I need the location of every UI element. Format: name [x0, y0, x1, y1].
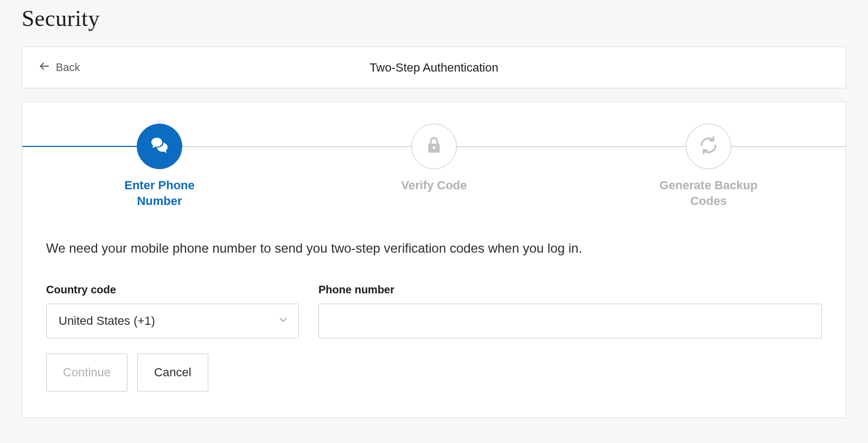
phone-number-group: Phone number	[318, 284, 822, 338]
arrow-left-icon	[39, 60, 50, 75]
lock-icon	[424, 136, 444, 157]
button-row: Continue Cancel	[46, 354, 822, 391]
country-code-value: United States (+1)	[46, 304, 299, 338]
step-label-3: Generate Backup Codes	[654, 178, 763, 209]
phone-number-label: Phone number	[318, 284, 822, 296]
phone-number-input[interactable]	[318, 304, 822, 338]
instruction-text: We need your mobile phone number to send…	[46, 239, 822, 258]
back-button[interactable]: Back	[39, 60, 80, 75]
chat-bubbles-icon	[150, 136, 169, 157]
form-content: We need your mobile phone number to send…	[22, 239, 846, 391]
step-label-1: Enter Phone Number	[105, 178, 214, 209]
country-code-group: Country code United States (+1)	[46, 284, 299, 338]
continue-button[interactable]: Continue	[46, 354, 127, 391]
step-backup-codes: Generate Backup Codes	[654, 124, 763, 209]
back-label: Back	[56, 61, 80, 74]
svg-point-2	[433, 146, 436, 149]
step-label-2: Verify Code	[401, 178, 467, 194]
step-circle-3	[686, 124, 731, 169]
step-verify-code: Verify Code	[380, 124, 488, 194]
stepper: Enter Phone Number Verify Code	[22, 124, 846, 209]
country-code-select[interactable]: United States (+1)	[46, 304, 299, 338]
step-circle-1	[137, 124, 182, 169]
cancel-button[interactable]: Cancel	[137, 354, 208, 391]
form-row: Country code United States (+1) Phone nu…	[46, 284, 822, 338]
step-circle-2	[411, 124, 457, 169]
page-title: Security	[22, 5, 846, 31]
country-code-label: Country code	[46, 284, 299, 296]
main-panel: Enter Phone Number Verify Code	[22, 101, 846, 418]
header-bar: Back Two-Step Authentication	[22, 47, 846, 88]
step-enter-phone: Enter Phone Number	[105, 124, 214, 209]
header-title: Two-Step Authentication	[369, 61, 498, 75]
refresh-icon	[699, 136, 718, 157]
